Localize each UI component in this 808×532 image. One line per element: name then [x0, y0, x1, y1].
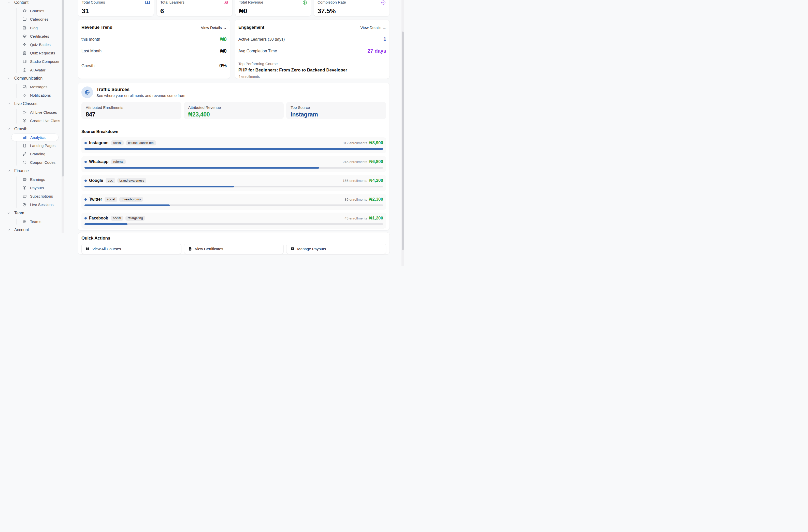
sidebar-item-analytics[interactable]: Analytics: [11, 133, 58, 141]
sidebar-group-label: Growth: [14, 127, 27, 131]
dollar-circle-icon: [22, 186, 27, 190]
sidebar-group-communication[interactable]: Communication: [0, 74, 64, 83]
divider: [81, 123, 386, 124]
stat-label: Total Courses: [82, 0, 105, 4]
sidebar-item-categories[interactable]: Categories: [16, 15, 64, 23]
sidebar-item-branding[interactable]: Branding: [16, 150, 64, 158]
traffic-stat-attributed-revenue: Attributed Revenue₦23,400: [184, 102, 284, 119]
stat-value: 37.5%: [317, 7, 386, 15]
traffic-stat-label: Attributed Enrollments: [86, 105, 177, 110]
revenue-trend-card: Revenue Trend View Details → this month …: [78, 20, 230, 79]
plus-circle-icon: [22, 118, 27, 123]
sidebar-group-team[interactable]: Team: [0, 209, 64, 217]
sidebar-item-label: Branding: [30, 152, 45, 156]
source-row-facebook: Facebooksocialretargeting45 enrollments₦…: [81, 213, 386, 229]
sidebar-group-live-classes[interactable]: Live Classes: [0, 99, 64, 108]
pie-chart-icon: [22, 203, 27, 207]
sidebar-item-landing-pages[interactable]: Landing Pages: [16, 141, 64, 150]
source-tag: referral: [111, 159, 126, 164]
page-scrollbar-thumb[interactable]: [402, 32, 404, 250]
folder-icon: [22, 17, 27, 21]
row-label: Growth: [81, 63, 95, 68]
source-enrollments: 245 enrollments: [343, 160, 367, 164]
source-enrollments: 45 enrollments: [345, 216, 367, 220]
quick-actions-card: Quick Actions View All CoursesView Certi…: [78, 232, 390, 254]
traffic-subtitle: See where your enrollments and revenue c…: [96, 93, 185, 98]
source-dot-icon: [85, 198, 87, 201]
sidebar-item-live-sessions[interactable]: Live Sessions: [16, 201, 64, 209]
sidebar-group-account[interactable]: Account: [0, 226, 64, 234]
quick-action-view-certificates-button[interactable]: View Certificates: [184, 244, 284, 254]
sidebar: ContentCoursesCategoriesBlogCertificates…: [0, 0, 64, 233]
source-revenue: ₦6,800: [369, 159, 383, 164]
sidebar-item-all-live-classes[interactable]: All Live Classes: [16, 108, 64, 116]
source-enrollments: 312 enrollments: [343, 141, 367, 145]
source-progress-track: [85, 186, 383, 187]
sidebar-item-label: Notifications: [30, 93, 51, 97]
sidebar-item-quiz-battles[interactable]: Quiz Battles: [16, 40, 64, 49]
source-progress-track: [85, 223, 383, 225]
revenue-trend-header: Revenue Trend View Details →: [81, 25, 227, 30]
sidebar-item-label: AI Avatar: [30, 68, 45, 72]
chat-icon: [22, 85, 27, 89]
source-tag: social: [105, 197, 117, 202]
book-open-icon: [145, 0, 150, 5]
traffic-stat-attributed-enrollments: Attributed Enrollments847: [81, 102, 181, 119]
source-progress-track: [85, 205, 383, 206]
sidebar-item-subscriptions[interactable]: Subscriptions: [16, 192, 64, 201]
revenue-view-details-link[interactable]: View Details →: [201, 25, 227, 30]
source-progress-track: [85, 167, 383, 169]
row-label: Active Learners (30 days): [238, 37, 285, 42]
sidebar-item-courses[interactable]: Courses: [16, 6, 64, 15]
sidebar-item-quiz-requests[interactable]: Quiz Requests: [16, 49, 64, 57]
users-icon: [224, 0, 229, 5]
graduation-cap-icon: [22, 34, 27, 38]
row-value: 1: [383, 36, 386, 42]
sidebar-item-certificates[interactable]: Certificates: [16, 32, 64, 40]
sidebar-item-create-live-class[interactable]: Create Live Class: [16, 116, 64, 125]
wallet-filled-icon: [290, 247, 295, 251]
source-revenue: ₦8,900: [369, 140, 383, 146]
divider: [238, 58, 386, 58]
sidebar-group-items: Teams: [16, 217, 64, 226]
source-tag: brand-awareness: [117, 178, 147, 183]
film-icon: [22, 59, 27, 63]
source-dot-icon: [85, 161, 87, 163]
quick-action-view-all-courses-button[interactable]: View All Courses: [81, 244, 181, 254]
newspaper-icon: [22, 26, 27, 30]
sidebar-item-studio-composer[interactable]: Studio Composer: [16, 57, 64, 65]
graduation-cap-icon: [22, 8, 27, 13]
traffic-title: Traffic Sources: [96, 87, 185, 92]
stat-card-completion-rate: Completion Rate37.5%: [314, 0, 390, 17]
quick-action-manage-payouts-button[interactable]: Manage Payouts: [286, 244, 386, 254]
stats-row: Total Courses31Total Learners6Total Reve…: [78, 0, 390, 17]
sidebar-item-label: Categories: [30, 17, 49, 21]
sidebar-item-label: Landing Pages: [30, 144, 55, 148]
source-name: Google: [89, 178, 103, 183]
engagement-row-completion-time: Avg Completion Time 27 days: [238, 48, 386, 54]
sidebar-item-blog[interactable]: Blog: [16, 24, 64, 32]
sidebar-item-notifications[interactable]: Notifications: [16, 91, 64, 99]
sidebar-group-content[interactable]: Content: [0, 0, 64, 6]
row-value: ₦0: [220, 48, 227, 54]
sidebar-item-label: Coupon Codes: [30, 160, 55, 165]
sidebar-item-coupon-codes[interactable]: Coupon Codes: [16, 158, 64, 167]
sidebar-item-earnings[interactable]: Earnings: [16, 175, 64, 184]
sidebar-group-items: MessagesNotifications: [16, 83, 64, 99]
sidebar-item-messages[interactable]: Messages: [16, 83, 64, 91]
top-course-label: Top Performing Course: [238, 61, 386, 66]
users-icon: [22, 220, 27, 224]
sidebar-item-payouts[interactable]: Payouts: [16, 184, 64, 192]
quick-action-label: Manage Payouts: [297, 247, 326, 251]
sidebar-group-growth[interactable]: Growth: [0, 125, 64, 133]
sidebar-group-finance[interactable]: Finance: [0, 167, 64, 175]
source-dot-icon: [85, 217, 87, 220]
source-row-whatsapp: Whatsappreferral245 enrollments₦6,800: [81, 156, 386, 172]
row-value: 27 days: [368, 48, 386, 54]
engagement-view-details-link[interactable]: View Details →: [361, 25, 386, 30]
book-filled-icon: [86, 247, 90, 251]
traffic-stat-value: Instagram: [291, 111, 382, 118]
sidebar-item-teams[interactable]: Teams: [16, 217, 64, 226]
source-list: Instagramsocialcourse-launch-feb312 enro…: [81, 137, 386, 229]
sidebar-item-ai-avatar[interactable]: AI Avatar: [16, 66, 64, 74]
